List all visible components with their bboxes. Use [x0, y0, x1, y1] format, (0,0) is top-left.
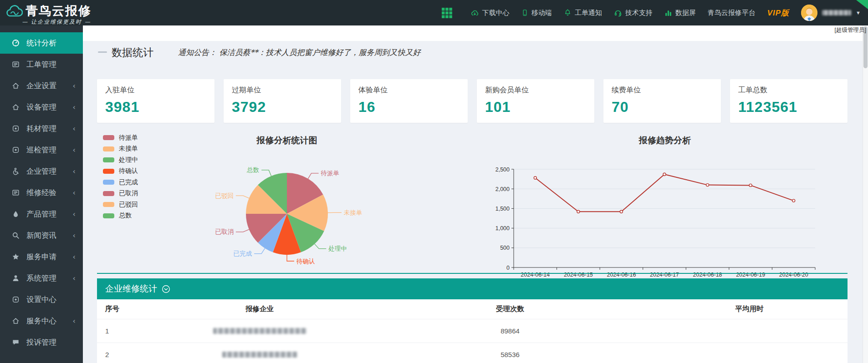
svg-text:已完成: 已完成 [234, 250, 252, 257]
legend-item[interactable]: 待确认 [103, 167, 138, 175]
app-logo[interactable]: 青鸟云报修 — 让企业维保更及时 — [5, 2, 124, 25]
stat-value: 3792 [232, 99, 333, 116]
section-title: 企业维修统计 [105, 283, 157, 295]
sidebar-item-label: 维修经验 [26, 188, 56, 198]
legend-item[interactable]: 已完成 [103, 178, 138, 186]
legend-swatch [103, 180, 114, 185]
chevron-left-icon: ‹ [73, 252, 76, 261]
stat-label: 续费单位 [612, 86, 713, 95]
nav-item-label: 工单通知 [575, 9, 602, 17]
vertical-scrollbar[interactable] [863, 25, 868, 363]
col-header-no: 序号 [97, 304, 150, 314]
nav-item-label: 技术支持 [625, 9, 653, 17]
table-header-row: 序号 报修企业 受理次数 平均用时 [97, 299, 848, 319]
sidebar-item-label: 产品管理 [26, 209, 56, 219]
svg-text:已驳回: 已驳回 [215, 192, 234, 199]
sidebar-item-repair-experience[interactable]: 维修经验 ‹ [0, 182, 83, 203]
chevron-left-icon: ‹ [73, 103, 76, 111]
nav-mobile[interactable]: 移动端 [521, 9, 552, 17]
headset-icon [614, 9, 622, 17]
sidebar-item-label: 企业设置 [26, 81, 56, 91]
app-window: 青鸟云报修 — 让企业维保更及时 — [0, 0, 868, 363]
nav-platform-link[interactable]: 青鸟云报修平台 [708, 9, 756, 17]
vip-badge[interactable]: VIP版 [767, 8, 789, 18]
legend-item[interactable]: 总数 [103, 212, 138, 220]
comment-icon [12, 338, 21, 346]
table-row[interactable]: 1 89864 [97, 319, 848, 343]
sidebar-item-product-management[interactable]: 产品管理 ‹ [0, 203, 83, 225]
home-icon [12, 317, 21, 325]
sidebar-item-system-management[interactable]: 系统管理 ‹ [0, 267, 83, 289]
legend-item[interactable]: 处理中 [103, 156, 138, 164]
nav-download-center[interactable]: 下载中心 [470, 9, 510, 17]
chevron-left-icon: ‹ [73, 231, 76, 240]
sidebar-item-enterprise-management[interactable]: 企业管理 ‹ [0, 161, 83, 182]
legend-label: 未接单 [119, 145, 138, 153]
avatar [801, 5, 817, 21]
notice-marquee: 通知公告： 保洁员蔡**：技术人员把窗户维修好了，服务周到又快又好 [178, 47, 420, 58]
legend-swatch [103, 213, 114, 218]
svg-text:待派单: 待派单 [321, 170, 340, 176]
cell-count: 58536 [369, 351, 651, 358]
page-title: 数据统计 [112, 45, 153, 60]
stat-card-trial-units[interactable]: 体验单位 16 [350, 79, 468, 123]
sidebar-item-statistics[interactable]: 统计分析 [0, 32, 83, 54]
stat-card-renewal-units[interactable]: 续费单位 70 [603, 79, 721, 123]
sidebar-item-complaints[interactable]: 投诉管理 [0, 332, 83, 353]
cell-company [150, 352, 369, 358]
legend-item[interactable]: 已驳回 [103, 201, 138, 208]
sidebar-item-settings-center[interactable]: 设置中心 [0, 289, 83, 310]
apps-grid-button[interactable] [442, 8, 452, 18]
stat-label: 体验单位 [358, 86, 460, 95]
sidebar-item-inspection[interactable]: 巡检管理 ‹ [0, 139, 83, 161]
legend-label: 已取消 [119, 189, 138, 197]
sidebar-item-workorders[interactable]: 工单管理 [0, 54, 83, 75]
svg-text:2,000: 2,000 [495, 186, 510, 192]
sidebar-item-label: 耗材管理 [26, 124, 56, 134]
pie-chart[interactable]: 待派单未接单处理中待确认已完成已取消已驳回总数 [173, 132, 401, 277]
drop-icon [12, 210, 21, 218]
chevron-down-circle-icon[interactable] [162, 285, 170, 293]
line-chart[interactable]: 05001,0001,5002,0002,5002024-06-142024-0… [492, 131, 838, 286]
sidebar-item-news[interactable]: 新闻资讯 ‹ [0, 225, 83, 246]
stat-cards: 入驻单位 3981 过期单位 3792 体验单位 16 新购会员单位 101 续… [97, 79, 848, 123]
section-banner[interactable]: 企业维修统计 [97, 278, 848, 299]
svg-text:500: 500 [500, 245, 510, 251]
user-menu[interactable]: ▼ [801, 5, 861, 21]
legend-item[interactable]: 未接单 [103, 145, 138, 153]
svg-text:已取消: 已取消 [215, 228, 234, 235]
stat-label: 工单总数 [738, 86, 839, 95]
stat-card-expired-units[interactable]: 过期单位 3792 [224, 79, 341, 123]
navbar-menu: 下载中心 移动端 工单通知 [442, 0, 861, 25]
username-redacted [822, 10, 851, 15]
stat-card-total-workorders[interactable]: 工单总数 1123561 [730, 79, 848, 123]
sidebar-item-service-application[interactable]: 服务申请 ‹ [0, 246, 83, 267]
sidebar-item-enterprise-settings[interactable]: 企业设置 ‹ [0, 75, 83, 96]
sidebar-item-label: 投诉管理 [26, 338, 56, 348]
legend-label: 已驳回 [119, 201, 138, 209]
sidebar-item-label: 设备管理 [26, 102, 56, 112]
nav-workorder-notice[interactable]: 工单通知 [564, 9, 602, 17]
repair-stats-table: 序号 报修企业 受理次数 平均用时 1 89864 2 58536 [97, 299, 848, 363]
chevron-left-icon: ‹ [73, 317, 76, 325]
box-icon [12, 146, 21, 154]
col-header-avg-time: 平均用时 [651, 304, 848, 314]
notice-text: 保洁员蔡**：技术人员把窗户维修好了，服务周到又快又好 [219, 48, 420, 57]
stat-card-new-member-units[interactable]: 新购会员单位 101 [477, 79, 594, 123]
legend-item[interactable]: 已取消 [103, 190, 138, 197]
sidebar-item-service-center[interactable]: 服务中心 ‹ [0, 310, 83, 332]
redacted-company [213, 328, 306, 334]
table-row[interactable]: 2 58536 [97, 343, 848, 363]
logo-title: 青鸟云报修 [26, 3, 92, 19]
cell-no: 2 [97, 351, 150, 358]
nav-data-screen[interactable]: 数据屏 [664, 9, 696, 17]
sidebar-item-consumables[interactable]: 耗材管理 ‹ [0, 118, 83, 139]
nav-tech-support[interactable]: 技术支持 [614, 9, 653, 17]
legend-item[interactable]: 待派单 [103, 134, 138, 141]
sidebar-item-device-management[interactable]: 设备管理 ‹ [0, 96, 83, 118]
stat-card-settled-units[interactable]: 入驻单位 3981 [97, 79, 214, 123]
legend-label: 总数 [119, 212, 132, 220]
sidebar-item-label: 企业管理 [26, 166, 56, 176]
content-top-strip [83, 25, 868, 41]
chevron-left-icon: ‹ [73, 188, 76, 197]
